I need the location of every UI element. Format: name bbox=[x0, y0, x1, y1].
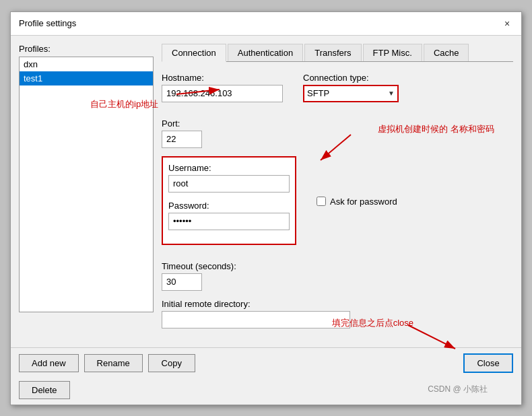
remote-dir-label: Initial remote directory: bbox=[162, 299, 513, 309]
hostname-input[interactable] bbox=[162, 85, 283, 102]
profile-item-test1[interactable]: test1 bbox=[20, 71, 153, 85]
connection-type-select[interactable]: SFTP FTP FTPS SCP bbox=[304, 87, 385, 100]
tab-ftp-misc[interactable]: FTP Misc. bbox=[363, 44, 422, 61]
timeout-input[interactable] bbox=[162, 273, 202, 291]
timeout-field-group: Timeout (seconds): bbox=[162, 261, 513, 291]
connection-type-group: Connection type: SFTP FTP FTPS SCP ▼ bbox=[303, 73, 399, 102]
select-arrow-icon: ▼ bbox=[385, 90, 397, 97]
hostname-label: Hostname: bbox=[162, 73, 283, 83]
right-panel: Connection Authentication Transfers FTP … bbox=[162, 44, 513, 339]
remote-dir-input[interactable] bbox=[162, 311, 350, 328]
left-panel: Profiles: dxn test1 bbox=[19, 44, 154, 339]
connection-type-label: Connection type: bbox=[303, 73, 399, 83]
tab-cache[interactable]: Cache bbox=[424, 44, 469, 61]
credentials-section: Username: Password: bbox=[162, 156, 296, 245]
username-label: Username: bbox=[168, 163, 290, 173]
close-button[interactable]: Close bbox=[465, 355, 512, 372]
timeout-label: Timeout (seconds): bbox=[162, 261, 513, 271]
close-button-wrap: Close bbox=[463, 353, 513, 373]
password-input[interactable] bbox=[168, 213, 290, 230]
title-bar: Profile settings × bbox=[11, 12, 521, 36]
port-input[interactable] bbox=[162, 131, 202, 148]
tab-content-connection: Hostname: Connection type: SFTP FTP FTPS… bbox=[162, 70, 513, 339]
tab-connection[interactable]: Connection bbox=[162, 44, 226, 62]
port-field-group: Port: bbox=[162, 118, 513, 148]
tabs-bar: Connection Authentication Transfers FTP … bbox=[162, 44, 513, 62]
username-input[interactable] bbox=[168, 175, 290, 193]
username-field-group: Username: bbox=[168, 163, 290, 193]
add-new-button[interactable]: Add new bbox=[19, 354, 79, 372]
profile-item-dxn[interactable]: dxn bbox=[20, 57, 153, 71]
dialog-title: Profile settings bbox=[19, 18, 76, 28]
bottom-buttons: Add newRenameCopyCloseDelete bbox=[11, 347, 521, 405]
connection-type-select-wrap[interactable]: SFTP FTP FTPS SCP ▼ bbox=[303, 85, 399, 102]
password-field-group: Password: bbox=[168, 201, 290, 230]
copy-button[interactable]: Copy bbox=[148, 354, 195, 372]
hostname-field-group: Hostname: bbox=[162, 73, 283, 102]
delete-button[interactable]: Delete bbox=[19, 381, 70, 399]
hostname-conntype-row: Hostname: Connection type: SFTP FTP FTPS… bbox=[162, 73, 513, 110]
tab-transfers[interactable]: Transfers bbox=[304, 44, 361, 61]
profiles-label: Profiles: bbox=[19, 44, 154, 54]
ask-password-group: Ask for password bbox=[317, 197, 397, 207]
tab-authentication[interactable]: Authentication bbox=[228, 44, 303, 61]
dialog-body: Profiles: dxn test1 Connection Authentic… bbox=[11, 36, 521, 347]
remote-dir-field-group: Initial remote directory: bbox=[162, 299, 513, 328]
port-label: Port: bbox=[162, 118, 513, 129]
ask-password-label: Ask for password bbox=[330, 197, 397, 207]
ask-password-checkbox[interactable] bbox=[317, 197, 326, 206]
password-label: Password: bbox=[168, 201, 290, 211]
rename-button[interactable]: Rename bbox=[84, 354, 143, 372]
close-icon[interactable]: × bbox=[501, 18, 513, 30]
profiles-list[interactable]: dxn test1 bbox=[19, 57, 154, 312]
profile-settings-dialog: Profile settings × Profiles: dxn test1 C… bbox=[10, 11, 522, 405]
